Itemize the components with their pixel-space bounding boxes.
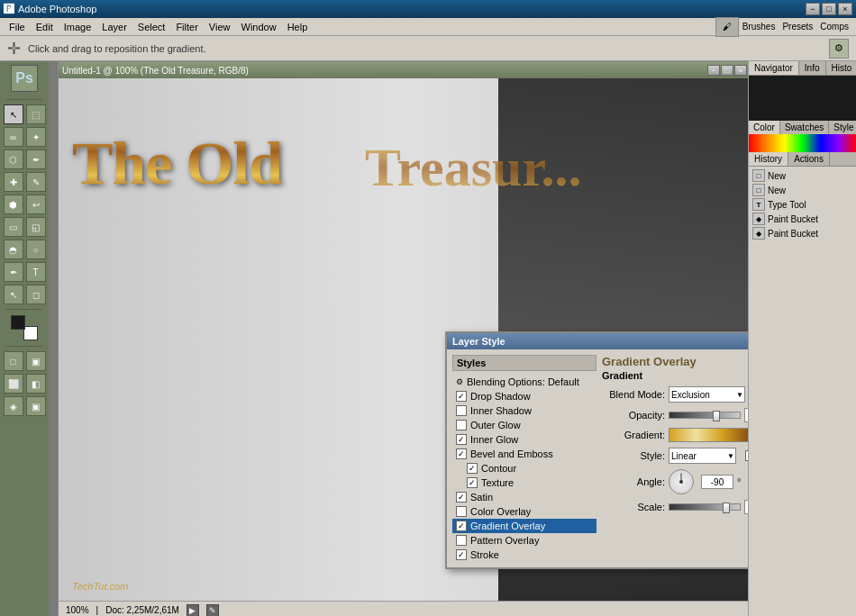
canvas-close[interactable]: × [734, 65, 747, 76]
style-checkbox-satin[interactable]: ✓ [456, 492, 467, 503]
tab-style[interactable]: Style [829, 121, 856, 134]
canvas-maximize[interactable]: □ [721, 65, 733, 76]
dodge-tool[interactable]: ○ [26, 240, 46, 259]
canvas-edit-btn[interactable]: ✎ [206, 604, 219, 617]
style-item-texture[interactable]: ✓ Texture [452, 476, 596, 490]
tab-navigator[interactable]: Navigator [749, 61, 799, 75]
scale-thumb[interactable] [723, 503, 730, 513]
menu-edit[interactable]: Edit [31, 20, 59, 34]
menu-help[interactable]: Help [282, 20, 314, 34]
style-item-patternoverlay[interactable]: Pattern Overlay [452, 533, 596, 548]
scale-slider[interactable] [669, 503, 741, 511]
style-item-contour[interactable]: ✓ Contour [452, 461, 596, 476]
menu-select[interactable]: Select [132, 20, 171, 34]
quickmask-mode[interactable]: ▣ [26, 351, 46, 371]
healing-tool[interactable]: ✚ [4, 172, 23, 192]
magic-wand-tool[interactable]: ✦ [26, 127, 46, 147]
style-checkbox-outerglow[interactable] [456, 420, 467, 430]
style-checkbox-contour[interactable]: ✓ [467, 463, 478, 474]
extra-tool-1[interactable]: ◈ [4, 396, 23, 416]
history-item-4[interactable]: ◆ Paint Bucket [751, 226, 854, 240]
style-item-dropshadow[interactable]: ✓ Drop Shadow [452, 389, 596, 403]
style-checkbox-coloroverlay[interactable] [456, 506, 467, 517]
style-item-innerglow[interactable]: ✓ Inner Glow [452, 432, 596, 447]
type-tool[interactable]: T [26, 262, 46, 282]
eraser-tool[interactable]: ▭ [4, 217, 23, 237]
history-item-2[interactable]: T Type Tool [751, 197, 854, 212]
style-item-bevel[interactable]: ✓ Bevel and Emboss [452, 447, 596, 461]
menu-view[interactable]: View [204, 20, 236, 34]
style-checkbox-stroke[interactable]: ✓ [456, 549, 467, 560]
style-item-gradientoverlay[interactable]: ✓ Gradient Overlay [452, 519, 596, 533]
screen-mode-1[interactable]: ⬜ [4, 374, 23, 394]
brush-tool[interactable]: ✎ [26, 172, 46, 192]
clone-tool[interactable]: ⬢ [4, 195, 23, 214]
style-select[interactable]: Linear [669, 448, 736, 464]
menu-image[interactable]: Image [59, 20, 97, 34]
eyedropper-tool[interactable]: ✒ [26, 149, 46, 169]
color-swatch-bar[interactable] [749, 134, 856, 152]
history-item-3[interactable]: ◆ Paint Bucket [751, 212, 854, 226]
tab-histo[interactable]: Histo [826, 61, 857, 75]
blend-mode-select-wrapper[interactable]: Exclusion ▼ [669, 386, 745, 403]
menu-layer[interactable]: Layer [96, 20, 132, 34]
shape-tool[interactable]: ◻ [26, 285, 46, 304]
crop-tool[interactable]: ⬡ [4, 149, 23, 169]
blend-mode-select[interactable]: Exclusion [669, 386, 745, 403]
tab-history[interactable]: History [749, 152, 788, 166]
style-item-blending[interactable]: ⚙ Blending Options: Default [452, 375, 596, 389]
history-item-0[interactable]: □ New [751, 168, 854, 183]
menu-filter[interactable]: Filter [170, 20, 203, 34]
angle-wheel[interactable] [669, 469, 694, 494]
style-checkbox-bevel[interactable]: ✓ [456, 448, 467, 459]
tab-info[interactable]: Info [799, 61, 826, 75]
path-select-tool[interactable]: ↖ [4, 285, 23, 304]
style-checkbox-innerglow[interactable]: ✓ [456, 434, 467, 445]
pen-tool[interactable]: ✒ [4, 262, 23, 282]
style-checkbox-dropshadow[interactable]: ✓ [456, 391, 467, 402]
blur-tool[interactable]: ◓ [4, 240, 23, 259]
angle-input[interactable] [701, 475, 733, 489]
lasso-tool[interactable]: ∞ [4, 127, 23, 147]
comps-label[interactable]: Comps [816, 22, 852, 32]
move-tool[interactable]: ↖ [4, 104, 23, 124]
align-layer-checkbox[interactable]: ✓ [745, 450, 748, 461]
minimize-button[interactable]: − [806, 3, 820, 15]
standard-mode[interactable]: □ [4, 351, 23, 371]
close-button[interactable]: × [838, 3, 852, 15]
opacity-slider[interactable] [669, 412, 741, 419]
options-icon-right[interactable]: ⚙ [829, 39, 849, 59]
opacity-input[interactable] [744, 408, 748, 422]
style-item-coloroverlay[interactable]: Color Overlay [452, 504, 596, 519]
menu-file[interactable]: File [4, 20, 31, 34]
extra-tool-2[interactable]: ▣ [26, 396, 46, 416]
select-tool[interactable]: ⬚ [26, 104, 46, 124]
fg-bg-colors[interactable] [11, 315, 38, 340]
style-item-stroke[interactable]: ✓ Stroke [452, 548, 596, 562]
style-item-satin[interactable]: ✓ Satin [452, 490, 596, 504]
style-checkbox-patternoverlay[interactable] [456, 535, 467, 546]
menu-window[interactable]: Window [236, 20, 282, 34]
opacity-thumb[interactable] [713, 411, 720, 421]
style-checkbox-innershadow[interactable] [456, 405, 467, 416]
style-checkbox-gradientoverlay[interactable]: ✓ [456, 521, 467, 531]
canvas-nav-btn[interactable]: ▶ [187, 604, 199, 617]
maximize-button[interactable]: □ [822, 3, 836, 15]
gradient-preview[interactable] [669, 428, 748, 442]
tab-swatches[interactable]: Swatches [780, 121, 829, 134]
gradient-tool[interactable]: ◱ [26, 217, 46, 237]
history-brush-tool[interactable]: ↩ [26, 195, 46, 214]
brushes-preset-icon[interactable]: 🖌 [715, 17, 739, 37]
style-item-outerglow[interactable]: Outer Glow [452, 418, 596, 432]
scale-input[interactable] [744, 500, 748, 514]
screen-mode-2[interactable]: ◧ [26, 374, 46, 394]
canvas-minimize[interactable]: − [707, 65, 720, 76]
style-select-wrapper[interactable]: Linear ▼ [669, 448, 736, 464]
brushes-label[interactable]: Brushes [739, 22, 779, 32]
style-item-innershadow[interactable]: Inner Shadow [452, 403, 596, 418]
style-checkbox-texture[interactable]: ✓ [467, 477, 478, 488]
tab-actions[interactable]: Actions [788, 152, 830, 166]
history-item-1[interactable]: □ New [751, 183, 854, 197]
tab-color[interactable]: Color [749, 121, 780, 134]
presets-label[interactable]: Presets [779, 22, 816, 32]
